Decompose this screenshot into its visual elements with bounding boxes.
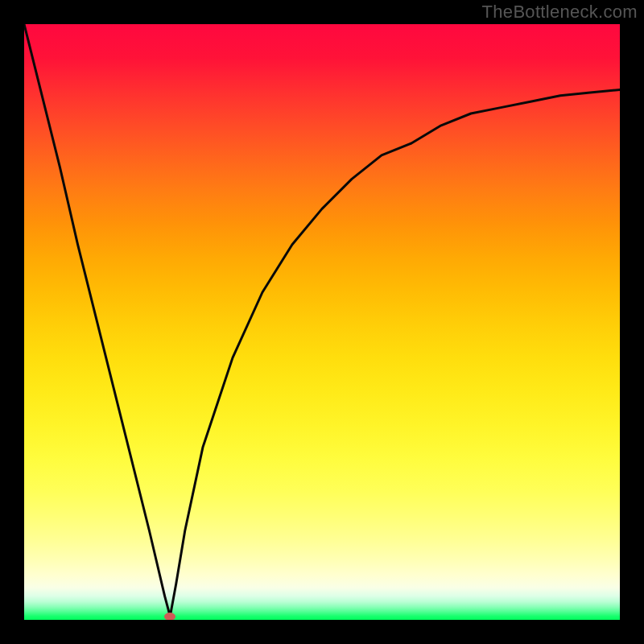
optimal-marker	[164, 613, 175, 620]
watermark-text: TheBottleneck.com	[482, 2, 638, 23]
plot-area	[24, 24, 620, 620]
chart-frame: TheBottleneck.com	[0, 0, 644, 644]
curve-svg	[24, 24, 620, 620]
bottleneck-curve	[24, 24, 620, 617]
